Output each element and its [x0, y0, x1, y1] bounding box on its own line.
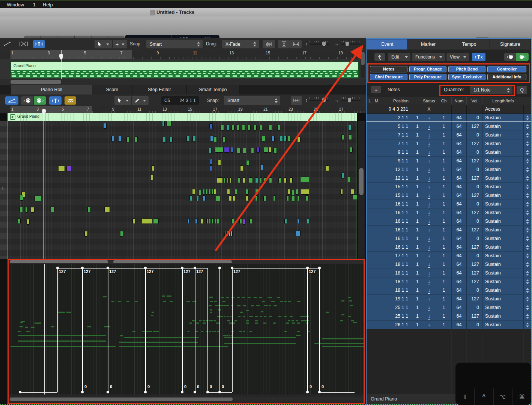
filter-poly-pressure[interactable]: Poly Pressure — [409, 74, 446, 80]
event-row[interactable]: 15 1 11↓1640Sustain — [367, 183, 531, 191]
midi-note[interactable] — [216, 196, 220, 201]
midi-note[interactable] — [284, 177, 287, 183]
snap-menu[interactable]: Smart — [224, 96, 280, 105]
midi-note[interactable] — [31, 207, 35, 213]
midi-note[interactable] — [239, 218, 242, 224]
midi-note[interactable] — [210, 136, 213, 141]
midi-note[interactable] — [206, 218, 208, 224]
midi-note[interactable] — [231, 218, 234, 224]
midi-region[interactable]: Grand Piano — [11, 62, 359, 78]
midi-note[interactable] — [277, 125, 280, 130]
midi-note[interactable] — [273, 195, 276, 201]
midi-note[interactable] — [288, 189, 290, 195]
tracks-horizontal-scrollbar[interactable] — [0, 79, 366, 85]
midi-note[interactable] — [203, 189, 205, 195]
midi-note[interactable] — [341, 134, 344, 140]
piano-roll-ruler[interactable]: 13579111315171921232527 — [0, 106, 366, 113]
event-row[interactable]: 18 1 11↓164127Sustain — [367, 278, 531, 286]
midi-note[interactable] — [262, 136, 265, 141]
midi-note[interactable] — [278, 177, 281, 183]
value-stepper-icon[interactable] — [526, 124, 529, 129]
midi-note[interactable] — [196, 196, 199, 201]
cell-stepper[interactable] — [524, 243, 531, 251]
value-stepper-icon[interactable] — [526, 167, 529, 172]
midi-out-button[interactable]: › — [516, 53, 529, 61]
tab-piano-roll[interactable]: Piano Roll — [11, 85, 92, 94]
event-row[interactable]: 18 1 11↓1640Sustain — [367, 286, 531, 295]
value-stepper-icon[interactable] — [526, 210, 529, 215]
midi-note[interactable] — [292, 190, 294, 195]
col-length-info[interactable]: Length/Info — [482, 97, 524, 105]
value-stepper-icon[interactable] — [526, 279, 529, 284]
midi-note[interactable] — [210, 165, 212, 171]
filter-chnl-pressure[interactable]: Chnl Pressure — [370, 74, 407, 80]
h-zoom-thumb[interactable] — [348, 98, 351, 102]
automation-icon[interactable] — [3, 41, 12, 47]
midi-note[interactable] — [240, 165, 243, 171]
midi-note[interactable] — [340, 189, 343, 195]
cell-stepper[interactable] — [524, 200, 531, 208]
value-stepper-icon[interactable] — [526, 288, 529, 293]
filter-progr-change[interactable]: Progr. Change — [409, 66, 446, 72]
cell-stepper[interactable] — [524, 269, 531, 277]
value-stepper-icon[interactable] — [526, 297, 529, 302]
cell-stepper[interactable] — [524, 174, 531, 182]
midi-note[interactable] — [274, 148, 277, 153]
cell-stepper[interactable] — [524, 140, 531, 148]
midi-note[interactable] — [120, 231, 123, 237]
scroll-handle[interactable] — [113, 260, 232, 263]
midi-note[interactable] — [111, 136, 114, 141]
midi-note[interactable] — [242, 125, 245, 130]
midi-note[interactable] — [280, 136, 283, 141]
cell-stepper[interactable] — [524, 191, 531, 200]
piano-roll-grid[interactable] — [8, 121, 357, 259]
catch-filter-button[interactable] — [472, 53, 485, 61]
midi-note[interactable] — [192, 189, 195, 195]
menu-help[interactable]: Help — [43, 1, 53, 9]
midi-note[interactable] — [353, 194, 357, 200]
cell-stepper[interactable] — [524, 278, 531, 286]
cell-stepper[interactable] — [524, 131, 531, 139]
midi-note[interactable] — [58, 166, 65, 171]
value-stepper-icon[interactable] — [526, 202, 529, 207]
midi-note[interactable] — [189, 195, 192, 201]
midi-note[interactable] — [260, 177, 262, 183]
midi-note[interactable] — [348, 177, 351, 182]
automation-point[interactable] — [306, 391, 309, 393]
midi-note[interactable] — [163, 137, 166, 142]
midi-note[interactable] — [214, 189, 216, 195]
filter-pitch-bend[interactable]: Pitch Bend — [448, 66, 485, 72]
midi-note[interactable] — [199, 190, 201, 195]
midi-note[interactable] — [246, 160, 249, 166]
cell-stepper[interactable] — [524, 157, 531, 165]
midi-note[interactable] — [229, 231, 230, 237]
event-row[interactable]: 15 1 11↓164127Sustain — [367, 191, 531, 200]
edit-menu[interactable]: Edit — [388, 53, 410, 61]
midi-note[interactable] — [231, 147, 233, 153]
event-row[interactable]: 7 1 11↓164127Sustain — [367, 140, 531, 148]
midi-note[interactable] — [246, 195, 249, 201]
sustain-automation-lane[interactable]: 127127012701270127012700012712700 — [8, 264, 364, 394]
midi-note[interactable] — [348, 125, 351, 130]
col-m[interactable]: M — [373, 97, 380, 105]
midi-note[interactable] — [135, 136, 138, 142]
event-row[interactable]: 16 1 11↓1640Sustain — [367, 200, 531, 208]
cell-stepper[interactable] — [524, 234, 531, 243]
col-position[interactable]: Position — [380, 97, 422, 105]
cell-stepper[interactable] — [524, 208, 531, 217]
midi-note[interactable] — [18, 218, 21, 224]
midi-note[interactable] — [211, 189, 213, 195]
horizontal-auto-zoom-button[interactable] — [291, 96, 302, 105]
cell-stepper[interactable] — [524, 286, 531, 294]
midi-note[interactable] — [224, 147, 229, 153]
cell-stepper[interactable] — [524, 217, 531, 225]
midi-note[interactable] — [246, 189, 249, 195]
tab-marker[interactable]: Marker — [408, 39, 449, 50]
midi-note[interactable] — [271, 136, 275, 141]
automation-point[interactable] — [107, 267, 109, 269]
cell-stepper[interactable] — [524, 303, 531, 312]
midi-note[interactable] — [259, 125, 262, 130]
midi-note[interactable] — [26, 219, 30, 225]
midi-note[interactable] — [222, 136, 225, 142]
midi-note[interactable] — [248, 125, 251, 130]
